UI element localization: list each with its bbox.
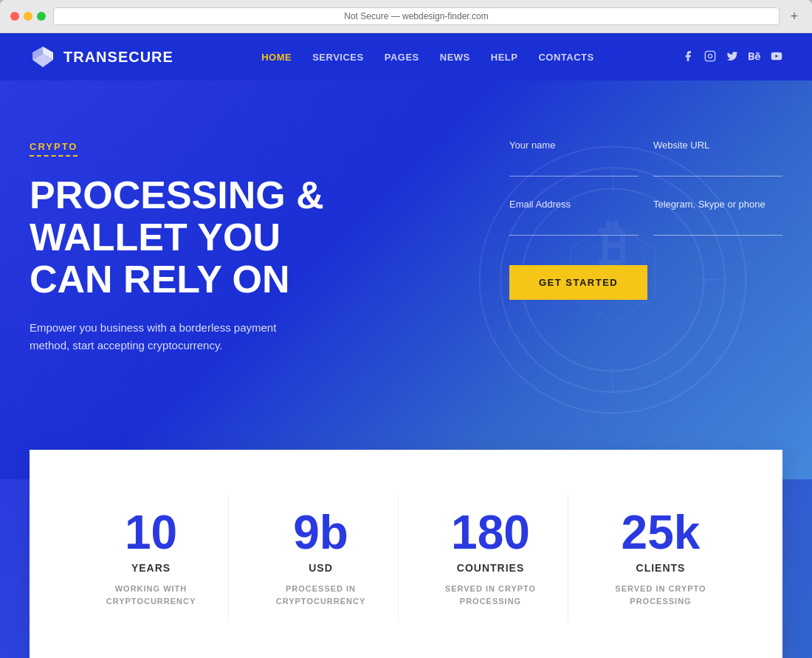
stat-clients-desc: SERVED IN CRYPTO PROCESSING — [598, 583, 723, 607]
stat-years-number: 10 — [89, 509, 213, 556]
url-label: Website URL — [653, 140, 782, 151]
close-button[interactable] — [10, 12, 19, 21]
email-label: Email Address — [509, 199, 639, 210]
hero-form: Your name Website URL Email Address — [509, 140, 782, 300]
browser-window: Not Secure — webdesign-finder.com + TRAN… — [0, 0, 812, 658]
nav-help[interactable]: HELP — [491, 52, 518, 63]
instagram-icon[interactable] — [704, 50, 716, 64]
stat-clients: 25k CLIENTS SERVED IN CRYPTO PROCESSING — [583, 494, 738, 622]
maximize-button[interactable] — [37, 12, 46, 21]
new-tab-button[interactable]: + — [787, 9, 802, 24]
nav-contacts[interactable]: CONTACTS — [538, 52, 593, 63]
stats-section: 10 YEARS WORKING WITH CRYPTOCURRENCY 9b … — [30, 450, 782, 658]
navbar: TRANSECURE HOME SERVICES PAGES NEWS HELP… — [0, 33, 812, 80]
email-input[interactable] — [509, 214, 639, 236]
name-label: Your name — [509, 140, 639, 151]
hero-tag: CRYPTO — [30, 141, 78, 157]
hero-title: PROCESSING & WALLET YOU CAN RELY ON — [30, 174, 324, 301]
behance-icon[interactable] — [749, 50, 760, 64]
hero-description: Empower you business with a borderless p… — [30, 319, 310, 354]
nav-links: HOME SERVICES PAGES NEWS HELP CONTACTS — [261, 52, 594, 63]
hero-section: ₿ CRYPTO PROCESSING & — [0, 80, 812, 479]
form-group-telegram: Telegram, Skype or phone — [653, 199, 782, 236]
telegram-label: Telegram, Skype or phone — [653, 199, 782, 210]
nav-news[interactable]: NEWS — [440, 52, 470, 63]
form-row-2: Email Address Telegram, Skype or phone — [509, 199, 782, 236]
logo[interactable]: TRANSECURE — [30, 44, 173, 70]
logo-icon — [30, 44, 56, 70]
stat-years-label: YEARS — [89, 562, 213, 574]
stats-grid: 10 YEARS WORKING WITH CRYPTOCURRENCY 9b … — [74, 494, 738, 622]
get-started-button[interactable]: GET STARTED — [509, 265, 647, 300]
form-group-name: Your name — [509, 140, 639, 177]
stat-clients-number: 25k — [598, 509, 723, 556]
stat-usd-desc: PROCESSED IN CRYPTOCURRENCY — [258, 583, 383, 607]
stat-years-desc: WORKING WITH CRYPTOCURRENCY — [89, 583, 213, 607]
traffic-lights — [10, 12, 46, 21]
name-input[interactable] — [509, 155, 639, 177]
form-group-email: Email Address — [509, 199, 639, 236]
twitter-icon[interactable] — [726, 50, 738, 64]
nav-pages[interactable]: PAGES — [385, 52, 419, 63]
browser-chrome: Not Secure — webdesign-finder.com + — [0, 0, 812, 33]
minimize-button[interactable] — [24, 12, 32, 21]
hero-content: CRYPTO PROCESSING & WALLET YOU CAN RELY … — [30, 140, 782, 354]
form-row-1: Your name Website URL — [509, 140, 782, 177]
stat-countries-label: COUNTRIES — [428, 562, 553, 574]
stat-clients-label: CLIENTS — [598, 562, 723, 574]
stat-years: 10 YEARS WORKING WITH CRYPTOCURRENCY — [74, 494, 229, 622]
youtube-icon[interactable] — [771, 50, 782, 64]
nav-services[interactable]: SERVICES — [312, 52, 364, 63]
stat-usd-number: 9b — [258, 509, 383, 556]
logo-text: TRANSECURE — [63, 49, 173, 66]
social-icons — [682, 50, 782, 64]
site-content: TRANSECURE HOME SERVICES PAGES NEWS HELP… — [0, 33, 812, 658]
form-group-url: Website URL — [653, 140, 782, 177]
url-input[interactable] — [653, 155, 782, 177]
nav-home[interactable]: HOME — [261, 52, 292, 63]
svg-rect-3 — [705, 51, 715, 61]
stat-usd-label: USD — [258, 562, 383, 574]
hero-left: CRYPTO PROCESSING & WALLET YOU CAN RELY … — [30, 140, 324, 354]
stat-countries-desc: SERVED IN CRYPTO PROCESSING — [428, 583, 553, 607]
address-bar[interactable]: Not Secure — webdesign-finder.com — [53, 7, 780, 25]
facebook-icon[interactable] — [682, 50, 694, 64]
stat-usd: 9b USD PROCESSED IN CRYPTOCURRENCY — [244, 494, 399, 622]
stat-countries: 180 COUNTRIES SERVED IN CRYPTO PROCESSIN… — [413, 494, 568, 622]
stat-countries-number: 180 — [428, 509, 553, 556]
telegram-input[interactable] — [653, 214, 782, 236]
